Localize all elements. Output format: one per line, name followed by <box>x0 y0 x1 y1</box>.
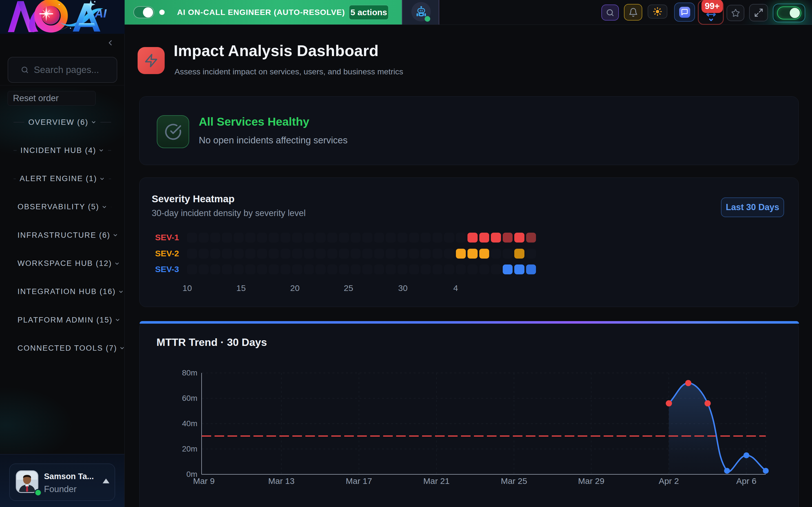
svg-text:Apr 2: Apr 2 <box>659 476 679 486</box>
svg-text:Mar 13: Mar 13 <box>268 476 294 486</box>
svg-text:20m: 20m <box>182 445 197 453</box>
svg-text:Mar 29: Mar 29 <box>578 476 604 486</box>
svg-text:60m: 60m <box>182 394 197 402</box>
svg-text:40m: 40m <box>182 419 197 428</box>
svg-text:AI: AI <box>94 7 107 20</box>
svg-text:80m: 80m <box>182 369 197 377</box>
svg-text:Mar 25: Mar 25 <box>501 476 527 486</box>
svg-text:Apr 6: Apr 6 <box>736 476 756 486</box>
svg-text:Mar 9: Mar 9 <box>193 476 215 486</box>
svg-text:Mar 21: Mar 21 <box>423 476 449 486</box>
svg-text:Mar 17: Mar 17 <box>346 476 372 486</box>
